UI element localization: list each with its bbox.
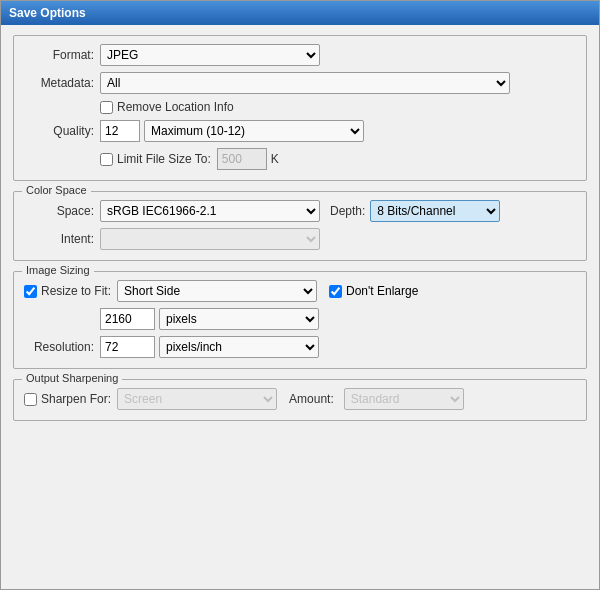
- limit-filesize-label: Limit File Size To:: [117, 152, 211, 166]
- image-sizing-section: Image Sizing Resize to Fit: Short Side D…: [13, 271, 587, 369]
- color-space-section: Color Space Space: sRGB IEC61966-2.1 Dep…: [13, 191, 587, 261]
- depth-wrapper: Depth: 8 Bits/Channel: [330, 200, 500, 222]
- amount-select[interactable]: Standard: [344, 388, 464, 410]
- resolution-unit-select[interactable]: pixels/inch: [159, 336, 319, 358]
- save-options-window: Save Options Format: JPEG Metadata: All: [0, 0, 600, 590]
- limit-filesize-checkbox[interactable]: [100, 153, 113, 166]
- quality-label: Quality:: [24, 124, 94, 138]
- dont-enlarge-label: Don't Enlarge: [346, 284, 418, 298]
- sharpen-label: Sharpen For:: [41, 392, 111, 406]
- output-sharpening-section: Output Sharpening Sharpen For: Screen Am…: [13, 379, 587, 421]
- metadata-label: Metadata:: [24, 76, 94, 90]
- format-row: Format: JPEG: [24, 44, 576, 66]
- remove-location-row: Remove Location Info: [100, 100, 576, 114]
- resize-row: Resize to Fit: Short Side Don't Enlarge: [24, 280, 576, 302]
- intent-select[interactable]: [100, 228, 320, 250]
- space-select[interactable]: sRGB IEC61966-2.1: [100, 200, 320, 222]
- quality-input[interactable]: [100, 120, 140, 142]
- remove-location-label: Remove Location Info: [117, 100, 234, 114]
- metadata-select[interactable]: All: [100, 72, 510, 94]
- intent-row: Intent:: [24, 228, 576, 250]
- pixels-row: pixels: [24, 308, 576, 330]
- filesize-unit: K: [271, 152, 279, 166]
- dont-enlarge-wrapper: Don't Enlarge: [329, 284, 418, 298]
- sharpen-checkbox[interactable]: [24, 393, 37, 406]
- quality-row: Quality: Maximum (10-12): [24, 120, 576, 142]
- resize-select[interactable]: Short Side: [117, 280, 317, 302]
- resolution-row: Resolution: pixels/inch: [24, 336, 576, 358]
- filesize-input[interactable]: [217, 148, 267, 170]
- remove-location-checkbox[interactable]: [100, 101, 113, 114]
- pixels-select[interactable]: pixels: [159, 308, 319, 330]
- metadata-row: Metadata: All: [24, 72, 576, 94]
- title-bar: Save Options: [1, 1, 599, 25]
- dont-enlarge-checkbox[interactable]: [329, 285, 342, 298]
- resolution-label: Resolution:: [24, 340, 94, 354]
- limit-filesize-row: Limit File Size To: K: [100, 148, 576, 170]
- sharpen-row: Sharpen For: Screen Amount: Standard: [24, 388, 576, 410]
- space-row: Space: sRGB IEC61966-2.1 Depth: 8 Bits/C…: [24, 200, 576, 222]
- format-label: Format:: [24, 48, 94, 62]
- amount-label: Amount:: [289, 392, 334, 406]
- window-title: Save Options: [9, 6, 86, 20]
- quality-desc-select[interactable]: Maximum (10-12): [144, 120, 364, 142]
- resolution-input[interactable]: [100, 336, 155, 358]
- sharpen-select[interactable]: Screen: [117, 388, 277, 410]
- resize-label: Resize to Fit:: [41, 284, 111, 298]
- color-space-label: Color Space: [22, 184, 91, 196]
- output-sharpening-label: Output Sharpening: [22, 372, 122, 384]
- format-section: Format: JPEG Metadata: All Remove Locati…: [13, 35, 587, 181]
- pixels-input[interactable]: [100, 308, 155, 330]
- depth-label: Depth:: [330, 204, 365, 218]
- resize-checkbox[interactable]: [24, 285, 37, 298]
- space-label: Space:: [24, 204, 94, 218]
- format-select[interactable]: JPEG: [100, 44, 320, 66]
- content-area: Format: JPEG Metadata: All Remove Locati…: [1, 25, 599, 589]
- image-sizing-label: Image Sizing: [22, 264, 94, 276]
- intent-label: Intent:: [24, 232, 94, 246]
- depth-select[interactable]: 8 Bits/Channel: [370, 200, 500, 222]
